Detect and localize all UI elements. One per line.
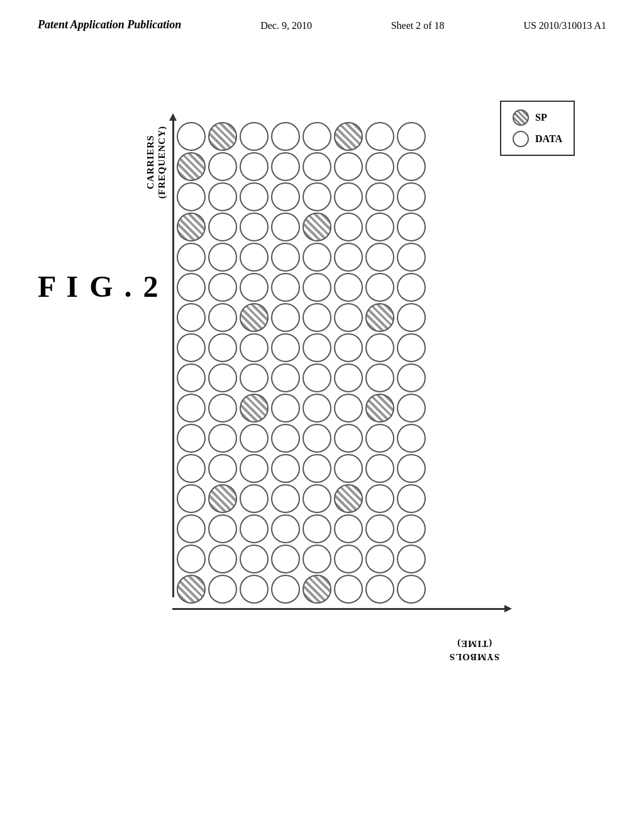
grid-row <box>177 424 426 453</box>
data-circle <box>271 182 300 211</box>
data-circle <box>334 545 363 573</box>
sp-circle <box>303 575 331 604</box>
data-circle <box>208 363 237 392</box>
data-circle <box>240 363 269 392</box>
figure-area: F I G . 2 SP DATA CARRIERS(FREQUENCY) <box>0 82 644 830</box>
grid-row <box>177 575 426 604</box>
legend-data-row: DATA <box>513 131 562 147</box>
data-circle <box>271 333 300 362</box>
sp-circle <box>334 484 363 513</box>
data-circle <box>271 545 300 573</box>
data-circle <box>208 394 237 423</box>
data-circle <box>208 213 237 241</box>
data-circle <box>334 333 363 362</box>
y-axis-label: CARRIERS(FREQUENCY) <box>145 126 167 199</box>
data-circle <box>365 213 394 241</box>
data-circle <box>271 363 300 392</box>
data-circle <box>240 454 269 483</box>
data-circle <box>303 273 331 302</box>
data-circle <box>303 454 331 483</box>
data-circle <box>303 182 331 211</box>
grid-row <box>177 363 426 392</box>
data-circle <box>240 122 269 151</box>
data-circle <box>177 182 206 211</box>
data-circle <box>365 484 394 513</box>
data-circle <box>208 424 237 453</box>
grid-row <box>177 484 426 513</box>
data-circle <box>334 213 363 241</box>
sp-circle <box>208 122 237 151</box>
data-circle <box>177 545 206 573</box>
data-circle <box>303 333 331 362</box>
data-circle <box>240 182 269 211</box>
data-circle <box>240 514 269 543</box>
data-circle <box>177 363 206 392</box>
data-circle <box>334 273 363 302</box>
sp-circle <box>240 394 269 423</box>
grid-row <box>177 545 426 573</box>
grid-row <box>177 273 426 302</box>
grid-row <box>177 303 426 332</box>
data-circle <box>208 454 237 483</box>
data-circle <box>397 545 426 573</box>
grid-row <box>177 243 426 272</box>
data-circle <box>365 152 394 181</box>
data-circle <box>240 545 269 573</box>
data-circle <box>177 484 206 513</box>
grid-row <box>177 152 426 181</box>
x-axis-line <box>172 608 506 610</box>
data-circle <box>334 424 363 453</box>
data-circle <box>365 575 394 604</box>
grid-row <box>177 333 426 362</box>
sp-label: SP <box>535 112 547 123</box>
data-circle <box>271 122 300 151</box>
data-circle <box>208 575 237 604</box>
grid-row <box>177 514 426 543</box>
data-circle <box>303 424 331 453</box>
data-circle <box>208 333 237 362</box>
data-circle <box>240 575 269 604</box>
data-circle <box>397 454 426 483</box>
sp-circle-icon <box>513 109 529 126</box>
data-circle <box>271 152 300 181</box>
data-circle <box>334 182 363 211</box>
patent-number-label: US 2010/310013 A1 <box>523 18 606 31</box>
data-circle <box>303 243 331 272</box>
data-circle <box>208 545 237 573</box>
data-circle <box>397 484 426 513</box>
data-circle <box>334 303 363 332</box>
data-circle <box>208 273 237 302</box>
data-circle <box>240 152 269 181</box>
axes-wrapper <box>172 119 512 610</box>
data-circle <box>397 152 426 181</box>
page-header: Patent Application Publication Dec. 9, 2… <box>0 0 644 32</box>
data-circle <box>303 484 331 513</box>
data-circle-icon <box>513 131 529 147</box>
data-circle <box>397 273 426 302</box>
data-circle <box>397 514 426 543</box>
data-circle <box>334 243 363 272</box>
data-circle <box>271 514 300 543</box>
data-circle <box>271 424 300 453</box>
data-circle <box>177 514 206 543</box>
date-label: Dec. 9, 2010 <box>260 18 312 31</box>
data-circle <box>365 273 394 302</box>
data-circle <box>397 424 426 453</box>
data-circle <box>240 484 269 513</box>
data-circle <box>365 545 394 573</box>
sp-circle <box>177 213 206 241</box>
grid-row <box>177 122 426 151</box>
data-circle <box>177 273 206 302</box>
x-axis-label: SYMBOLS(TIME) <box>449 637 499 663</box>
data-circle <box>334 454 363 483</box>
data-circle <box>177 122 206 151</box>
circles-grid <box>174 119 426 604</box>
data-circle <box>397 243 426 272</box>
sp-circle <box>177 575 206 604</box>
diagram-container: CARRIERS(FREQUENCY) SYMBOLS(TIME) <box>145 119 512 610</box>
data-circle <box>397 303 426 332</box>
figure-label: F I G . 2 <box>38 270 160 304</box>
data-circle <box>397 363 426 392</box>
data-circle <box>271 213 300 241</box>
data-circle <box>177 424 206 453</box>
